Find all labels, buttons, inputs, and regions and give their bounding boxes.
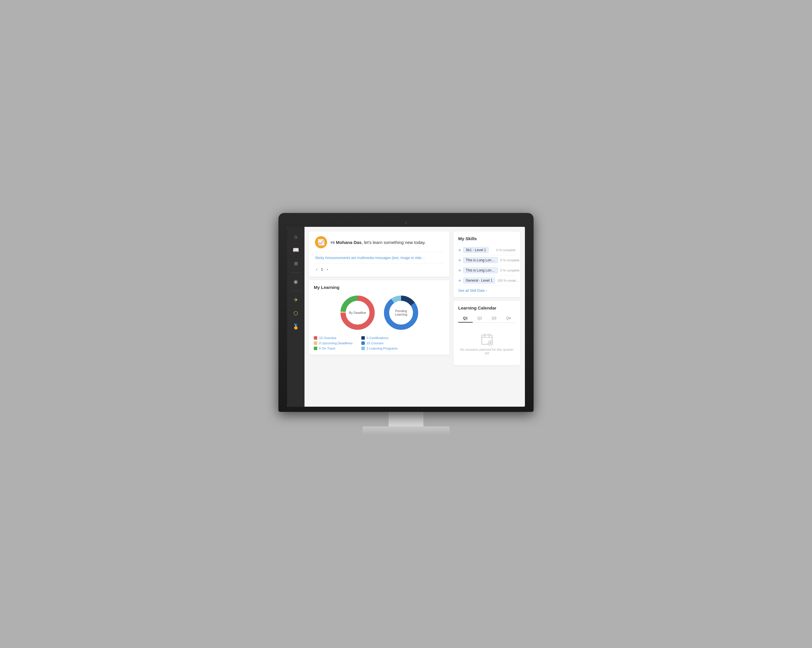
left-column: 📈 Hi Mohana Das, let's learn something n… (309, 231, 450, 402)
greeting-suffix: , let's learn something new today. (362, 240, 426, 245)
chevron-right-icon: › (486, 289, 487, 293)
charts-row: By Deadline (314, 294, 445, 332)
skill-name-wrap-2: ✈ This is Long Long S... (458, 267, 498, 273)
user-name: Mohana Das (336, 240, 361, 245)
calendar-icon-wrap (481, 333, 493, 345)
prev-page-button[interactable]: ‹ (315, 266, 319, 272)
my-learning-title: My Learning (314, 285, 445, 290)
announcement-divider-2 (315, 263, 444, 263)
no-sessions-container: No sessions planned for this quarter yet (458, 327, 516, 361)
tab-q1[interactable]: Q1 (458, 315, 473, 322)
right-column: My Skills ✈ Sk1 - Level 1 0 % complete ✈ (453, 231, 520, 402)
overdue-link[interactable]: 15 Overdue (319, 336, 336, 340)
tab-q2[interactable]: Q2 (473, 315, 487, 322)
main-content: 📈 Hi Mohana Das, let's learn something n… (304, 227, 525, 407)
skill-icon-2: ✈ (458, 268, 461, 273)
calendar-title: Learning Calendar (458, 306, 516, 310)
legend-upcoming: 0 Upcoming Deadlines (314, 341, 353, 345)
skills-icon: ◉ (293, 278, 298, 285)
legend-right: 3 Certifications 15 Courses 2 Learning P… (361, 336, 398, 350)
skill-progress-2: 0 % complete (500, 269, 520, 272)
badge-icon: ⬡ (293, 310, 298, 316)
welcome-header: 📈 Hi Mohana Das, let's learn something n… (315, 236, 444, 248)
announcement-divider (315, 252, 444, 252)
courses-link[interactable]: 15 Courses (366, 341, 384, 345)
skill-name-wrap-0: ✈ Sk1 - Level 1 (458, 247, 494, 253)
by-deadline-chart: By Deadline (339, 294, 376, 332)
cert-link[interactable]: 3 Certifications (366, 336, 389, 340)
welcome-card: 📈 Hi Mohana Das, let's learn something n… (309, 231, 450, 277)
home-icon: ⌂ (295, 234, 298, 240)
skill-name-wrap-3: ✈ General - Level 1 (458, 278, 495, 283)
sidebar: ⌂ 📖 ⊞ ◉ ✈ ⬡ � (287, 227, 304, 407)
programs-dot (361, 347, 365, 350)
legend-overdue: 15 Overdue (314, 336, 353, 340)
deadline-label: By Deadline (349, 311, 366, 315)
sidebar-item-badges[interactable]: ⬡ (289, 308, 302, 319)
greeting-prefix: Hi (331, 240, 336, 245)
sidebar-item-achievements[interactable]: 🏅 (289, 321, 302, 332)
legend-programs: 2 Learning Programs (361, 347, 398, 350)
pending-label: Pending Learning (392, 309, 411, 316)
sidebar-item-plans[interactable]: ✈ (289, 294, 302, 306)
skill-progress-0: 0 % complete (496, 248, 516, 252)
ontrack-link[interactable]: 5 On Track (319, 347, 335, 350)
skill-name-3: General - Level 1 (463, 278, 495, 283)
skill-row-2: ✈ This is Long Long S... 0 % complete (458, 265, 516, 275)
skills-title: My Skills (458, 236, 516, 241)
sidebar-item-home[interactable]: ⌂ (289, 231, 302, 242)
page-number: 1 (321, 267, 323, 272)
calendar-icon (481, 333, 493, 345)
skill-progress-1: 0 % complete (500, 258, 520, 262)
sidebar-item-skills[interactable]: ◉ (289, 276, 302, 287)
skill-name-2: This is Long Long S... (463, 267, 498, 273)
avatar: 📈 (315, 236, 327, 248)
plane-icon: ✈ (294, 297, 298, 303)
skill-name-0: Sk1 - Level 1 (463, 247, 488, 253)
programs-link[interactable]: 2 Learning Programs (366, 347, 398, 350)
legend-certifications: 3 Certifications (361, 336, 398, 340)
skill-icon-1: ✈ (458, 258, 461, 263)
ontrack-dot (314, 347, 317, 350)
sidebar-divider-2 (291, 290, 301, 291)
pending-learning-chart: Pending Learning (382, 294, 420, 332)
skill-icon-0: ✈ (458, 248, 461, 252)
monitor-wrapper: ⌂ 📖 ⊞ ◉ ✈ ⬡ � (278, 213, 534, 435)
legend-courses: 15 Courses (361, 341, 398, 345)
see-all-label: See all Skill Data (458, 289, 485, 293)
my-learning-card: My Learning (309, 280, 450, 355)
trend-icon: 📈 (317, 239, 325, 246)
courses-dot (361, 341, 365, 345)
skill-row-3: ✈ General - Level 1 100 % compl... (458, 275, 516, 286)
no-sessions-text: No sessions planned for this quarter yet (458, 348, 516, 355)
overdue-dot (314, 336, 317, 340)
deadline-donut: By Deadline (339, 294, 376, 332)
tab-q4[interactable]: Q4 (501, 315, 516, 322)
calendar-tabs: Q1 Q2 Q3 Q4 (458, 315, 516, 323)
camera (405, 222, 407, 224)
pending-donut: Pending Learning (382, 294, 420, 332)
medal-icon: 🏅 (293, 323, 299, 330)
tab-q3[interactable]: Q3 (487, 315, 501, 322)
next-page-button[interactable]: › (325, 266, 329, 272)
legend-ontrack: 5 On Track (314, 347, 353, 350)
monitor-stand-base (362, 426, 450, 435)
legend-left: 15 Overdue 0 Upcoming Deadlines 5 On Tra… (314, 336, 353, 350)
sidebar-item-apps[interactable]: ⊞ (289, 258, 302, 269)
skill-name-1: This is Long Long S... (463, 257, 498, 263)
my-skills-card: My Skills ✈ Sk1 - Level 1 0 % complete ✈ (453, 231, 520, 297)
announcement-link[interactable]: Sticky Announcements are multimedia mess… (315, 256, 425, 260)
book-icon: 📖 (293, 247, 299, 253)
welcome-text: Hi Mohana Das, let's learn something new… (331, 240, 426, 245)
upcoming-dot (314, 341, 317, 345)
sidebar-item-learning[interactable]: 📖 (289, 245, 302, 255)
monitor-stand-neck (389, 412, 423, 426)
skill-icon-3: ✈ (458, 278, 461, 283)
grid-icon: ⊞ (294, 261, 298, 266)
sidebar-divider-1 (291, 272, 301, 273)
monitor-frame: ⌂ 📖 ⊞ ◉ ✈ ⬡ � (278, 213, 534, 412)
pagination: ‹ 1 › (315, 266, 444, 272)
upcoming-link[interactable]: 0 Upcoming Deadlines (319, 341, 353, 345)
learning-calendar-card: Learning Calendar Q1 Q2 Q3 Q4 (453, 301, 520, 365)
see-all-skills-link[interactable]: See all Skill Data › (458, 289, 516, 293)
